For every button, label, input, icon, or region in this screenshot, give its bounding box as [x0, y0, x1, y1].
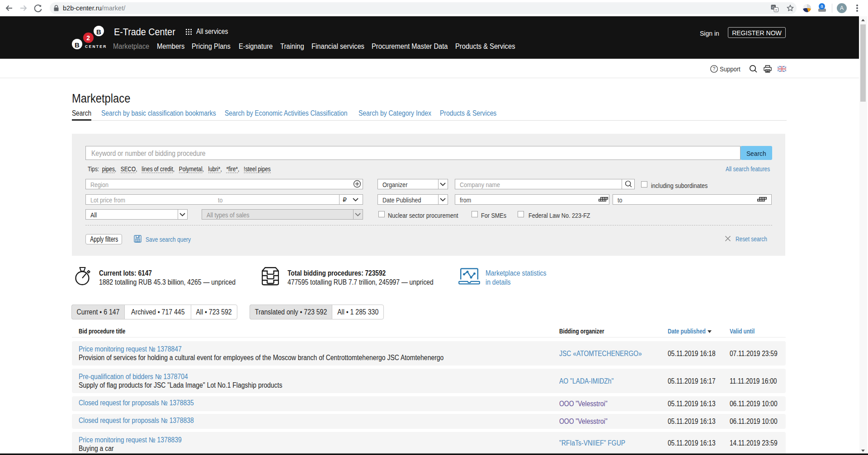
svg-text:?: ?	[713, 66, 716, 71]
svg-text:x: x	[775, 8, 777, 12]
